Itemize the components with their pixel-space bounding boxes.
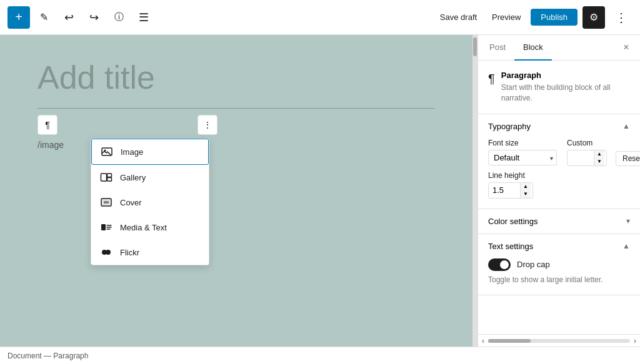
dropdown-item-media-text-label: Media & Text [120,223,167,232]
custom-label: Custom [567,139,607,147]
scroll-right-button[interactable]: › [632,337,638,345]
font-size-select[interactable]: Default Small Normal Large Huge [488,150,557,165]
svg-rect-4 [108,178,112,182]
plus-icon: + [15,10,22,24]
undo-icon: ↩ [64,11,74,24]
line-height-spin-down[interactable]: ▼ [521,190,531,198]
text-settings-section: Text settings ▲ Drop cap Toggle to show … [478,234,640,296]
block-type-dropdown: Image Gallery [91,138,209,265]
publish-button[interactable]: Publish [531,9,578,26]
custom-font-size-input[interactable] [568,150,594,165]
editor-container: Add title ¶ ⋮ /image [0,35,478,347]
bottom-scrollbar-track[interactable] [488,339,630,343]
block-toolbar-row: ¶ ⋮ [38,115,435,135]
text-settings-chevron-up: ▲ [622,242,630,250]
font-size-row: Font size Default Small Normal Large Hug… [488,139,630,166]
list-icon: ☰ [139,11,149,24]
typography-section-body: Font size Default Small Normal Large Hug… [478,139,640,209]
image-icon [99,144,114,159]
font-size-group: Font size Default Small Normal Large Hug… [488,139,557,165]
sidebar-close-button[interactable]: × [618,39,635,56]
line-height-wrap: ▲ ▼ [488,182,533,199]
redo-icon: ↪ [89,11,99,24]
color-settings-label: Color settings [488,217,538,226]
line-height-input[interactable] [489,183,520,197]
dropdown-item-cover-label: Cover [120,198,142,207]
editor-scrollbar[interactable] [472,35,478,347]
block-description: Start with the building block of all nar… [501,82,630,104]
block-more-button[interactable]: ⋮ [198,115,218,135]
sidebar-spacer [478,295,640,334]
save-draft-button[interactable]: Save draft [435,10,482,24]
typography-section: Typography ▲ Font size Default Small Nor… [478,114,640,209]
drop-cap-label: Drop cap [517,260,550,269]
color-settings-chevron: ▾ [626,217,630,225]
scroll-left-button[interactable]: ‹ [481,337,486,345]
tab-post[interactable]: Post [481,35,514,61]
tools-button[interactable]: ✎ [32,6,55,29]
line-height-spin-up[interactable]: ▲ [521,183,531,190]
editor-area[interactable]: Add title ¶ ⋮ /image [0,35,472,347]
info-button[interactable]: ⓘ [108,6,130,29]
dropdown-item-flickr[interactable]: Flickr [91,240,209,265]
ellipsis-icon: ⋮ [615,10,628,25]
toolbar-left: + ✎ ↩ ↪ ⓘ ☰ [8,6,155,29]
title-placeholder[interactable]: Add title [38,60,435,96]
svg-rect-3 [108,174,112,177]
sidebar-tabs: Post Block × [478,35,640,61]
svg-rect-7 [104,201,109,204]
line-height-group: Line height ▲ ▼ [488,171,630,199]
paragraph-block-button[interactable]: ¶ [38,115,58,135]
reset-font-size-button[interactable]: Reset [616,151,640,166]
media-text-icon [99,220,114,235]
sidebar-bottom-scroll: ‹ › [478,334,640,347]
dropdown-item-cover[interactable]: Cover [91,190,209,215]
dropdown-item-flickr-label: Flickr [120,248,139,257]
more-options-button[interactable]: ⋮ [610,6,632,29]
text-settings-header[interactable]: Text settings ▲ [478,234,640,258]
line-height-label: Line height [488,171,630,180]
status-text: Document — Paragraph [8,352,88,360]
drop-cap-row: Drop cap [488,258,630,271]
svg-rect-2 [101,174,107,181]
text-settings-body: Drop cap Toggle to show a large initial … [478,258,640,295]
dropdown-item-image[interactable]: Image [91,139,209,165]
dropdown-item-gallery[interactable]: Gallery [91,165,209,190]
custom-input-wrap: ▲ ▼ [567,150,607,166]
block-name: Paragraph [501,71,630,80]
font-size-label: Font size [488,139,557,147]
typography-section-header[interactable]: Typography ▲ [478,114,640,139]
gallery-icon [99,170,114,185]
flickr-icon [99,245,114,260]
block-details: Paragraph Start with the building block … [501,71,630,104]
color-settings-section: Color settings ▾ [478,209,640,234]
typography-chevron-up: ▲ [622,122,630,130]
color-settings-header[interactable]: Color settings ▾ [478,209,640,234]
pencil-icon: ✎ [40,11,48,23]
svg-rect-8 [101,224,106,230]
settings-button[interactable]: ⚙ [582,6,605,29]
preview-button[interactable]: Preview [487,10,526,24]
text-settings-label: Text settings [488,242,533,251]
tab-block[interactable]: Block [514,35,552,61]
bottom-scrollbar-thumb [488,339,531,343]
add-block-button[interactable]: + [8,6,30,29]
editor-inner: Add title ¶ ⋮ /image [0,35,472,347]
drop-cap-toggle[interactable] [488,258,511,271]
info-icon: ⓘ [114,11,124,23]
dropdown-item-media-text[interactable]: Media & Text [91,215,209,240]
more-icon: ⋮ [203,120,212,130]
redo-button[interactable]: ↪ [82,6,105,29]
right-sidebar: Post Block × ¶ Paragraph Start with the … [478,35,640,347]
cover-icon [99,195,114,210]
main-toolbar: + ✎ ↩ ↪ ⓘ ☰ Save draft Preview Publish ⚙… [0,0,640,35]
main-area: Add title ¶ ⋮ /image [0,35,640,347]
spin-up-button[interactable]: ▲ [594,150,604,158]
spin-down-button[interactable]: ▼ [594,158,604,165]
undo-button[interactable]: ↩ [58,6,80,29]
block-info: ¶ Paragraph Start with the building bloc… [478,61,640,114]
custom-group: Custom ▲ ▼ [567,139,607,166]
list-view-button[interactable]: ☰ [132,6,155,29]
editor-divider [38,108,435,109]
spin-buttons: ▲ ▼ [594,150,604,165]
